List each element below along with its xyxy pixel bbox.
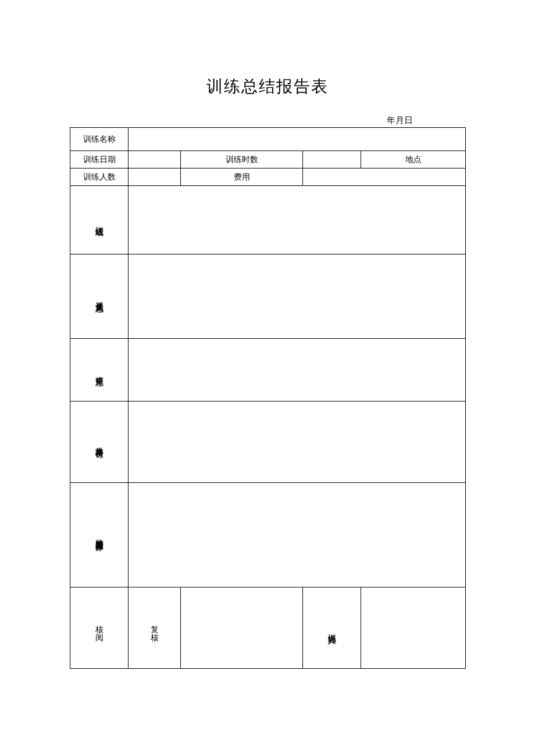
label-cost: 费用 bbox=[181, 169, 303, 186]
label-recheck: 复核 bbox=[129, 587, 181, 669]
date-label: 年月日 bbox=[70, 115, 465, 126]
row-training-count: 训练人数 费用 bbox=[70, 169, 466, 186]
value-instructor-opinion[interactable] bbox=[129, 339, 466, 402]
value-training-name[interactable] bbox=[129, 128, 466, 151]
label-improvement: 改善对策与追踪事件 bbox=[70, 483, 129, 587]
row-improvement: 改善对策与追踪事件 bbox=[70, 483, 466, 587]
label-training-hours: 训练时数 bbox=[181, 151, 303, 169]
value-cost[interactable] bbox=[303, 169, 466, 186]
value-trainee-opinion[interactable] bbox=[129, 255, 466, 339]
value-training-count[interactable] bbox=[129, 169, 181, 186]
label-review: 核阅 bbox=[70, 587, 129, 669]
page-title: 训练总结报告表 bbox=[70, 76, 465, 98]
row-instructor-opinion: 讲师意见 bbox=[70, 339, 466, 402]
value-improvement[interactable] bbox=[129, 483, 466, 587]
label-training-date: 训练日期 bbox=[70, 151, 129, 169]
label-abnormal-review: 异常事项检讨 bbox=[70, 402, 129, 483]
label-organizer: 训练经办人 bbox=[303, 587, 361, 669]
value-results[interactable] bbox=[129, 186, 466, 255]
label-instructor-opinion: 讲师意见 bbox=[70, 339, 129, 402]
value-recheck-sig[interactable] bbox=[181, 587, 303, 669]
label-training-name: 训练名称 bbox=[70, 128, 129, 151]
value-abnormal-review[interactable] bbox=[129, 402, 466, 483]
row-abnormal-review: 异常事项检讨 bbox=[70, 402, 466, 483]
document-page: 训练总结报告表 年月日 训练名称 训练日期 训练时数 地点 训练人数 费用 bbox=[0, 0, 535, 669]
label-training-count: 训练人数 bbox=[70, 169, 129, 186]
row-signatures: 核阅 复核 训练经办人 bbox=[70, 587, 466, 669]
label-trainee-opinion: 受训人员意见 bbox=[70, 255, 129, 339]
row-training-name: 训练名称 bbox=[70, 128, 466, 151]
row-training-date: 训练日期 训练时数 地点 bbox=[70, 151, 466, 169]
label-results: 训练成绩 bbox=[70, 186, 129, 255]
row-results: 训练成绩 bbox=[70, 186, 466, 255]
value-training-date[interactable] bbox=[129, 151, 181, 169]
label-location: 地点 bbox=[361, 151, 466, 169]
value-training-hours[interactable] bbox=[303, 151, 361, 169]
value-organizer-sig[interactable] bbox=[361, 587, 466, 669]
row-trainee-opinion: 受训人员意见 bbox=[70, 255, 466, 339]
report-table: 训练名称 训练日期 训练时数 地点 训练人数 费用 训练成绩 受训人员意见 bbox=[70, 127, 466, 669]
